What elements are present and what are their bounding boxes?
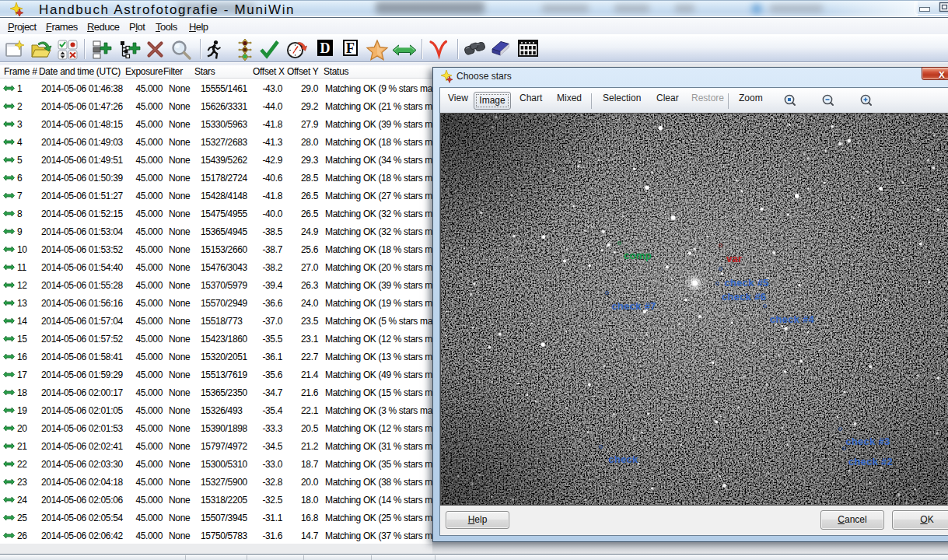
- svg-text:D: D: [320, 40, 331, 56]
- svg-text:F: F: [346, 40, 355, 56]
